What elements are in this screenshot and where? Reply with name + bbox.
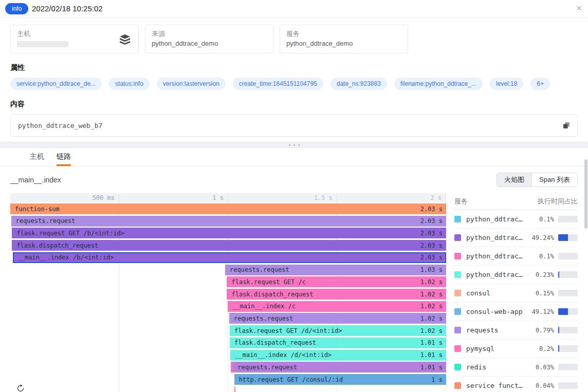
service-name: redis bbox=[466, 363, 536, 371]
attribute-tag[interactable]: date_ns:923883 bbox=[330, 78, 387, 90]
log-timestamp: 2022/02/18 10:25:02 bbox=[32, 0, 103, 17]
flame-span[interactable]: __main__.index /d/<int:id>1.01 s bbox=[230, 350, 446, 361]
copy-icon[interactable] bbox=[563, 122, 570, 129]
service-exec-pct: 0.03% bbox=[536, 364, 554, 371]
service-name: pymysql bbox=[466, 345, 539, 352]
service-exec-bar bbox=[558, 216, 578, 222]
flame-span-duration: 1.02 s bbox=[420, 327, 446, 334]
service-row[interactable]: consul-web-app49.12% bbox=[454, 303, 578, 321]
service-exec-pct: 0.23% bbox=[536, 271, 554, 278]
flame-span[interactable]: requests.request1.03 s bbox=[225, 265, 446, 275]
flame-span-label: __main__.index /d/<int:id> bbox=[230, 351, 332, 359]
service-row[interactable]: pymysql0.2% bbox=[454, 340, 578, 358]
flame-span[interactable]: requests.request1.01 s bbox=[233, 362, 446, 372]
service-exec-bar bbox=[558, 345, 578, 352]
host-card: 主机 bbox=[10, 25, 139, 53]
service-name: service funct… bbox=[466, 382, 536, 389]
time-axis-tick: 2 s bbox=[337, 193, 446, 202]
service-row[interactable]: python_ddtrac…0.1% bbox=[454, 247, 578, 266]
status-badge: info bbox=[5, 3, 28, 14]
flame-span-duration: 1.02 s bbox=[420, 303, 446, 310]
flame-span[interactable]: flask.request GET /b/<int:id>2.03 s bbox=[12, 228, 446, 238]
flame-span[interactable]: flask.request GET /c1.02 s bbox=[227, 276, 446, 287]
service-exec-pct: 0.2% bbox=[539, 345, 554, 352]
flame-span-label: __main__.index /b/<int:id> bbox=[13, 254, 114, 261]
flame-span[interactable]: flask.request GET /d/<int:id>1.02 s bbox=[230, 325, 446, 336]
flame-span-label: requests.request bbox=[11, 217, 76, 225]
service-color-swatch bbox=[454, 271, 461, 278]
service-row[interactable]: requests0.79% bbox=[454, 321, 578, 340]
trace-root-span-title: __main__.index bbox=[10, 176, 61, 184]
flame-span-label: flask.request GET /c bbox=[227, 278, 306, 286]
service-row[interactable]: redis0.03% bbox=[454, 358, 578, 377]
attribute-tag[interactable]: level:18 bbox=[490, 78, 523, 90]
flame-span-duration: 2.03 s bbox=[420, 217, 446, 225]
attribute-tag[interactable]: version:lasterversion bbox=[157, 78, 226, 90]
resize-handle[interactable] bbox=[0, 142, 588, 148]
service-row[interactable]: python_ddtrac…0.1% bbox=[454, 210, 578, 229]
flame-span-label: requests.request bbox=[225, 266, 289, 273]
attribute-tags: service:python_ddtrace_de...status:infov… bbox=[10, 78, 578, 90]
log-detail-header: info 2022/02/18 10:25:02 × bbox=[0, 0, 588, 17]
time-axis: 500 ms 1 s 1.5 s 2 s bbox=[10, 193, 446, 202]
flame-span[interactable]: flask.dispatch_request1.02 s bbox=[227, 289, 446, 300]
flame-span-label: __main__.index /c bbox=[228, 303, 296, 310]
flame-span[interactable]: http.request GET /consul/:id1 s bbox=[234, 374, 446, 385]
flame-span[interactable]: flask.dispatch_request2.03 s bbox=[12, 240, 446, 251]
service-exec-bar bbox=[558, 364, 578, 370]
close-icon[interactable]: × bbox=[576, 3, 582, 14]
attributes-title: 属性 bbox=[10, 63, 578, 72]
service-name: python_ddtrac… bbox=[466, 252, 539, 260]
service-name: python_ddtrac… bbox=[466, 271, 536, 278]
refresh-icon[interactable] bbox=[16, 384, 25, 392]
service-name: consul-web-app bbox=[466, 308, 532, 315]
flame-span[interactable]: flask.dispatch_request1.01 s bbox=[230, 338, 446, 348]
attribute-tag[interactable]: 6+ bbox=[530, 78, 550, 90]
service-row[interactable]: python_ddtrac…49.24% bbox=[454, 229, 578, 247]
service-color-swatch bbox=[454, 382, 461, 389]
flame-span[interactable]: requests.request2.03 s bbox=[11, 216, 446, 227]
service-name: python_ddtrac… bbox=[466, 234, 532, 241]
service-row[interactable]: service funct…0.04% bbox=[454, 377, 578, 392]
attribute-tag[interactable]: create_time:1645151104795 bbox=[233, 78, 323, 90]
flame-span[interactable] bbox=[234, 386, 236, 392]
flame-span[interactable]: function-sum2.03 s bbox=[10, 203, 446, 214]
flame-span-duration: 2.03 s bbox=[420, 230, 446, 237]
flame-span-duration: 1.03 s bbox=[420, 266, 446, 273]
vertical-scrollbar[interactable] bbox=[584, 159, 587, 229]
service-exec-bar bbox=[558, 234, 578, 241]
service-exec-pct: 49.12% bbox=[532, 308, 554, 315]
service-name: python_ddtrac… bbox=[466, 215, 539, 223]
attribute-tag[interactable]: status:info bbox=[109, 78, 150, 90]
attribute-tag[interactable]: filename:python_ddtrace_... bbox=[394, 78, 483, 90]
service-color-swatch bbox=[454, 308, 461, 315]
span-list-button[interactable]: Span 列表 bbox=[531, 173, 577, 186]
source-card: 来源 python_ddtrace_demo bbox=[145, 25, 273, 53]
flame-span[interactable]: __main__.index /b/<int:id>2.03 s bbox=[13, 252, 446, 263]
services-rows: python_ddtrac…0.1%python_ddtrac…49.24%py… bbox=[454, 210, 578, 392]
service-row[interactable]: consul0.15% bbox=[454, 284, 578, 303]
flame-span-duration: 1.02 s bbox=[420, 278, 446, 286]
service-color-swatch bbox=[454, 345, 461, 352]
service-color-swatch bbox=[454, 290, 461, 296]
meta-cards: 主机 来源 python_ddtrace_demo 服务 python_ddtr… bbox=[10, 25, 578, 53]
tab-trace[interactable]: 链路 bbox=[57, 152, 71, 166]
service-card-value: python_ddtrace_demo bbox=[286, 39, 401, 49]
flame-span-label: http.request GET /consul/:id bbox=[234, 376, 343, 383]
service-card-label: 服务 bbox=[286, 29, 401, 39]
attribute-tag[interactable]: service:python_ddtrace_de... bbox=[10, 78, 102, 90]
exec-time-col-header: 执行时间占比 bbox=[538, 197, 578, 206]
service-exec-pct: 0.1% bbox=[539, 216, 554, 223]
service-exec-pct: 0.1% bbox=[539, 253, 554, 260]
flame-span[interactable]: __main__.index /c1.02 s bbox=[228, 301, 446, 312]
host-stack-icon[interactable] bbox=[119, 33, 131, 48]
service-exec-pct: 49.24% bbox=[532, 234, 554, 241]
flame-graph-button[interactable]: 火焰图 bbox=[497, 173, 531, 186]
tab-host[interactable]: 主机 bbox=[30, 152, 44, 166]
host-value-skeleton bbox=[17, 41, 68, 47]
service-exec-bar bbox=[558, 253, 578, 259]
service-row[interactable]: python_ddtrac…0.23% bbox=[454, 266, 578, 284]
flame-span[interactable]: requests.request1.02 s bbox=[229, 313, 446, 324]
service-name: requests bbox=[466, 326, 536, 334]
flame-span-label: flask.dispatch_request bbox=[227, 291, 313, 298]
